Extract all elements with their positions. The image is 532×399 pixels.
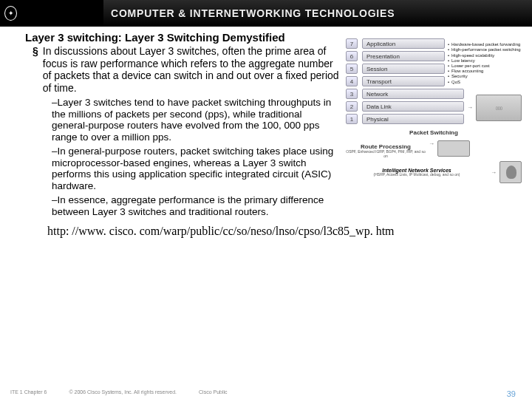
layer-label: Transport bbox=[362, 76, 445, 86]
text-column: Layer 3 switching: Layer 3 Switching Dem… bbox=[25, 31, 340, 217]
layer-label: Data Link bbox=[362, 101, 464, 112]
layer-label: Application bbox=[362, 38, 445, 49]
globe-icon: ✦ bbox=[4, 6, 17, 21]
page-number: 39 bbox=[507, 389, 516, 398]
layer-label: Network bbox=[362, 89, 464, 99]
source-url: http: //www. cisco. com/warp/public/cc/s… bbox=[47, 225, 532, 238]
layer-num: 7 bbox=[346, 38, 358, 49]
layer-label: Session bbox=[362, 64, 445, 74]
packet-switching-caption: Packet Switching bbox=[346, 129, 522, 136]
arrow-icon: → bbox=[467, 104, 473, 111]
footer-classification: Cisco Public bbox=[199, 389, 228, 395]
sub-bullet-3: –In essence, aggregate performance is th… bbox=[25, 194, 340, 217]
switch-device-icon: ▯▯▯ bbox=[476, 95, 522, 121]
layer-num: 5 bbox=[346, 64, 358, 74]
arrow-icon: → bbox=[429, 140, 434, 147]
feature-item: Lower per-port cost bbox=[448, 64, 522, 69]
route-processing-block: Route Processing OSPF, Enhanced IGRP, BG… bbox=[346, 140, 426, 158]
banner-title: COMPUTER & INTERNETWORKING TECHNOLOGIES bbox=[103, 0, 532, 27]
route-processing-row: Route Processing OSPF, Enhanced IGRP, BG… bbox=[346, 140, 522, 158]
sub-bullet-1: –Layer 3 switches tend to have packet sw… bbox=[25, 97, 340, 143]
osi-diagram: 7Application 6Presentation 5Session 4Tra… bbox=[346, 38, 522, 183]
feature-item: Hardware-based packet forwarding bbox=[448, 42, 522, 47]
diagram-bottom: 3Network 2Data Link 1Physical → ▯▯▯ bbox=[346, 89, 522, 126]
osi-lower: 3Network 2Data Link 1Physical bbox=[346, 89, 464, 126]
bullet-marker: § bbox=[33, 45, 38, 94]
header-bar: ✦ College of DuPage COMPUTER & INTERNETW… bbox=[0, 0, 532, 27]
head-gear-icon bbox=[499, 161, 522, 183]
figure: 7Application 6Presentation 5Session 4Tra… bbox=[346, 38, 522, 217]
diagram-top: 7Application 6Presentation 5Session 4Tra… bbox=[346, 38, 522, 89]
feature-item: Low latency bbox=[448, 58, 522, 64]
logo-text: College of DuPage bbox=[20, 0, 103, 27]
feature-item: High-speed scalability bbox=[448, 53, 522, 58]
footer: ITE 1 Chapter 6 © 2006 Cisco Systems, In… bbox=[10, 389, 522, 395]
bullet-text: In discussions about Layer 3 switches, o… bbox=[43, 45, 340, 94]
sub-bullet-2: –In general-purpose routers, packet swit… bbox=[25, 146, 340, 191]
college-logo: ✦ College of DuPage bbox=[0, 0, 103, 27]
main-bullet: § In discussions about Layer 3 switches,… bbox=[25, 45, 340, 94]
ins-row: Intelligent Network Services (HSRP, Acce… bbox=[346, 161, 522, 183]
feature-item: QoS bbox=[448, 80, 522, 85]
rp-sub: OSPF, Enhanced IGRP, BGP4, PIM, RIP, and… bbox=[346, 150, 426, 158]
router-device-icon bbox=[437, 140, 470, 157]
feature-item: Flow accounting bbox=[448, 69, 522, 74]
arrow-icon: → bbox=[491, 169, 497, 176]
layer-num: 1 bbox=[346, 114, 358, 124]
layer-num: 6 bbox=[346, 51, 358, 61]
footer-chapter: ITE 1 Chapter 6 bbox=[10, 389, 47, 395]
layer-num: 2 bbox=[346, 101, 358, 112]
feature-list: Hardware-based packet forwarding High-pe… bbox=[448, 42, 522, 85]
layer-num: 4 bbox=[346, 76, 358, 86]
layer-num: 3 bbox=[346, 89, 358, 99]
osi-stack: 7Application 6Presentation 5Session 4Tra… bbox=[346, 38, 445, 89]
main-content: Layer 3 switching: Layer 3 Switching Dem… bbox=[0, 27, 532, 217]
slide-title: Layer 3 switching: Layer 3 Switching Dem… bbox=[25, 31, 340, 44]
layer-label: Presentation bbox=[362, 51, 445, 61]
feature-item: Security bbox=[448, 74, 522, 79]
ins-sub: (HSRP, Access Lists, IP Multicast, debug… bbox=[346, 173, 488, 177]
feature-item: High-performance packet switching bbox=[448, 47, 522, 52]
layer-label: Physical bbox=[362, 114, 464, 124]
footer-copyright: © 2006 Cisco Systems, Inc. All rights re… bbox=[69, 389, 177, 395]
